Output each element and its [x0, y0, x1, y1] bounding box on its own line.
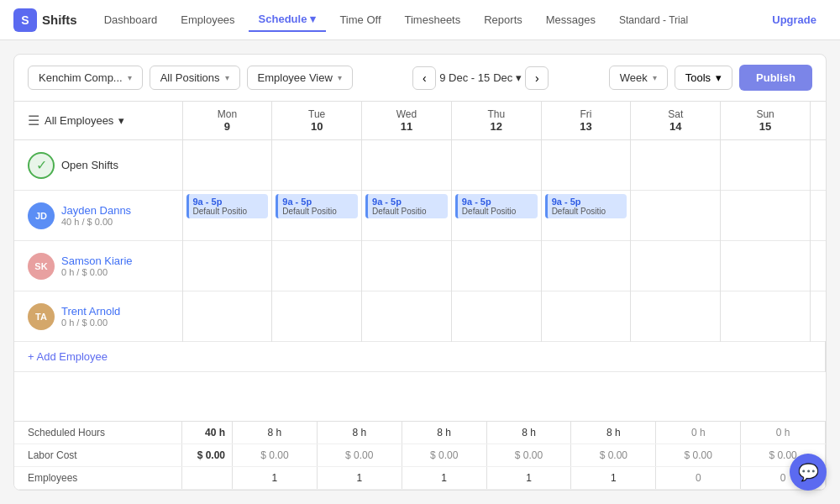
nav-timesheets[interactable]: Timesheets: [395, 8, 471, 31]
nav-upgrade[interactable]: Upgrade: [762, 8, 827, 31]
summary-cell-1-1: $ 0.00: [318, 444, 402, 466]
emp-2-day-0[interactable]: [182, 291, 272, 342]
open-shift-tue[interactable]: [272, 140, 362, 191]
emp-2-day-1[interactable]: [272, 291, 362, 342]
emp-0-day-4[interactable]: 9a - 5p Default Positio: [541, 191, 631, 241]
month-selector[interactable]: Dec ▾: [493, 71, 522, 84]
emp-0-day-3[interactable]: 9a - 5p Default Positio: [451, 191, 541, 241]
view-filter[interactable]: Employee View ▾: [247, 66, 353, 90]
shift-position: Default Positio: [282, 207, 354, 216]
scroll-spacer: [811, 102, 826, 140]
tools-arrow: ▾: [716, 71, 722, 84]
all-employees-arrow: ▾: [118, 114, 124, 127]
emp-1-day-2[interactable]: [362, 241, 452, 291]
emp-1-day-3[interactable]: [451, 241, 541, 291]
employee-name[interactable]: Trent Arnold: [61, 305, 120, 318]
employee-name[interactable]: Samson Kiarie: [61, 255, 133, 267]
shift-position: Default Positio: [552, 207, 623, 216]
avatar: JD: [28, 202, 55, 229]
schedule-table: ☰ All Employees ▾ Mon 9 Tue 10 We: [14, 102, 826, 372]
summary-cell-2-1: 1: [318, 467, 402, 489]
summary-cell-1-0: $ 0.00: [233, 444, 318, 466]
open-shift-sat[interactable]: [631, 140, 721, 191]
shift-position: Default Positio: [193, 207, 265, 216]
summary-row-0: Scheduled Hours 40 h 8 h8 h8 h8 h8 h0 h0…: [14, 422, 826, 444]
open-shift-sun[interactable]: [721, 140, 811, 191]
company-filter-arrow: ▾: [128, 73, 132, 82]
position-filter[interactable]: All Positions ▾: [150, 66, 240, 90]
logo-icon: S: [13, 8, 37, 32]
tools-button[interactable]: Tools ▾: [675, 66, 732, 90]
week-view-button[interactable]: Week ▾: [609, 66, 668, 90]
all-employees-filter[interactable]: ☰ All Employees ▾: [28, 113, 169, 129]
open-shift-thu[interactable]: [451, 140, 541, 191]
nav-time-off[interactable]: Time Off: [329, 8, 391, 32]
publish-button[interactable]: Publish: [739, 65, 812, 91]
open-shifts-cell: ✓ Open Shifts: [14, 140, 182, 191]
nav-reports[interactable]: Reports: [474, 8, 533, 31]
open-shifts-label: ✓ Open Shifts: [28, 152, 169, 179]
summary-label-0: Scheduled Hours: [14, 422, 182, 444]
chat-button[interactable]: 💬: [790, 454, 827, 491]
emp-1-day-4[interactable]: [541, 241, 631, 291]
shift-block[interactable]: 9a - 5p Default Positio: [455, 194, 538, 218]
main-content: Kenchim Comp... ▾ All Positions ▾ Employ…: [13, 54, 827, 491]
shift-block[interactable]: 9a - 5p Default Positio: [545, 194, 627, 218]
emp-0-day-6[interactable]: [721, 191, 811, 241]
nav-dashboard[interactable]: Dashboard: [94, 8, 168, 31]
nav-trial[interactable]: Standard - Trial: [609, 9, 698, 31]
avatar: TA: [28, 303, 55, 330]
emp-1-day-0[interactable]: [182, 241, 272, 291]
emp-2-day-5[interactable]: [631, 291, 721, 342]
shift-time: 9a - 5p: [193, 197, 265, 207]
emp-2-day-3[interactable]: [451, 291, 541, 342]
summary-cell-2-0: 1: [233, 467, 318, 489]
employee-row: TA Trent Arnold 0 h / $ 0.00: [14, 291, 826, 342]
open-shift-fri[interactable]: [541, 140, 631, 191]
date-navigation: ‹ 9 Dec - 15 Dec ▾ ›: [412, 66, 549, 90]
day-header-tue: Tue 10: [272, 102, 362, 140]
summary-cell-2-5: 0: [656, 467, 741, 489]
summary-cell-0-4: 8 h: [571, 422, 656, 444]
emp-2-day-6[interactable]: [721, 291, 811, 342]
open-shifts-row: ✓ Open Shifts: [14, 140, 826, 191]
shift-block[interactable]: 9a - 5p Default Positio: [186, 194, 269, 218]
open-shift-wed[interactable]: [362, 140, 452, 191]
summary-total-1: $ 0.00: [182, 444, 233, 466]
week-view-arrow: ▾: [653, 73, 657, 82]
emp-0-day-0[interactable]: 9a - 5p Default Positio: [182, 191, 272, 241]
emp-2-day-4[interactable]: [541, 291, 631, 342]
emp-1-day-5[interactable]: [631, 241, 721, 291]
shift-position: Default Positio: [372, 207, 444, 216]
emp-0-day-1[interactable]: 9a - 5p Default Positio: [272, 191, 362, 241]
emp-1-day-1[interactable]: [272, 241, 362, 291]
shift-block[interactable]: 9a - 5p Default Positio: [365, 194, 448, 218]
summary-cells-2: 1111100: [233, 467, 826, 489]
summary-cell-2-4: 1: [571, 467, 656, 489]
emp-0-day-2[interactable]: 9a - 5p Default Positio: [362, 191, 452, 241]
shift-time: 9a - 5p: [552, 197, 623, 207]
employee-row: SK Samson Kiarie 0 h / $ 0.00: [14, 241, 826, 291]
day-header-sun: Sun 15: [721, 102, 811, 140]
nav-employees[interactable]: Employees: [171, 8, 244, 31]
summary-label-2: Employees: [14, 467, 182, 489]
emp-1-day-6[interactable]: [721, 241, 811, 291]
nav-messages[interactable]: Messages: [536, 8, 606, 31]
emp-2-day-2[interactable]: [362, 291, 452, 342]
day-header-sat: Sat 14: [631, 102, 721, 140]
company-filter[interactable]: Kenchim Comp... ▾: [28, 66, 143, 90]
day-header-fri: Fri 13: [541, 102, 631, 140]
prev-week-button[interactable]: ‹: [412, 66, 436, 90]
logo-text: Shifts: [42, 13, 77, 27]
add-employee-button[interactable]: + Add Employee: [28, 350, 108, 363]
summary-cell-1-2: $ 0.00: [402, 444, 487, 466]
emp-info: TA Trent Arnold 0 h / $ 0.00: [28, 303, 169, 330]
nav-schedule[interactable]: Schedule ▾: [249, 8, 327, 32]
schedule-area: ☰ All Employees ▾ Mon 9 Tue 10 We: [14, 102, 826, 421]
employee-name[interactable]: Jayden Danns: [61, 204, 131, 217]
emp-0-day-5[interactable]: [631, 191, 721, 241]
shift-block[interactable]: 9a - 5p Default Positio: [276, 194, 358, 218]
next-week-button[interactable]: ›: [525, 66, 549, 90]
open-shift-mon[interactable]: [182, 140, 272, 191]
open-shifts-icon: ✓: [28, 152, 55, 179]
